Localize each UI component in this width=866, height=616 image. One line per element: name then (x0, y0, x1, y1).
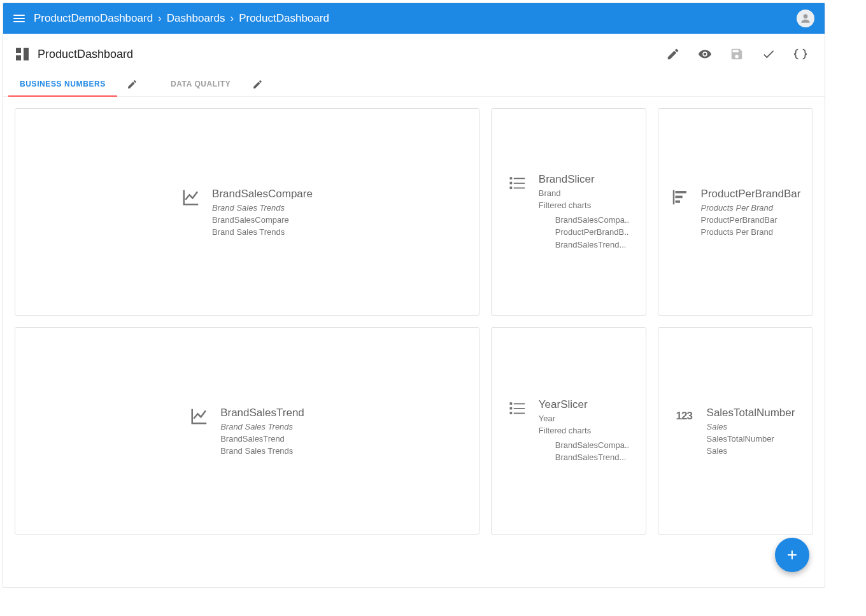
breadcrumb-item[interactable]: Dashboards (167, 12, 225, 25)
svg-rect-1 (509, 177, 512, 179)
tile-product-per-brand-bar[interactable]: ProductPerBrandBar Products Per Brand Pr… (658, 108, 813, 316)
preview-button[interactable] (693, 43, 716, 66)
tile-line: SalesTotalNumber (707, 434, 795, 444)
tile-title: BrandSlicer (539, 173, 629, 186)
app-bar: ProductDemoDashboard › Dashboards › Prod… (3, 3, 825, 34)
svg-rect-4 (514, 183, 525, 184)
svg-point-0 (804, 14, 808, 18)
breadcrumb-item[interactable]: ProductDashboard (239, 12, 329, 25)
slicer-icon (508, 398, 527, 417)
svg-rect-11 (509, 402, 512, 405)
tile-line: BrandSalesCompare (212, 215, 313, 225)
line-chart-icon (190, 407, 209, 426)
tile-filtered-label: Filtered charts (539, 426, 629, 435)
slicer-icon (508, 173, 527, 192)
menu-icon[interactable] (13, 15, 25, 22)
tile-title: BrandSalesCompare (212, 188, 313, 200)
tile-filtered-label: Filtered charts (539, 200, 629, 210)
list-item: BrandSalesCompa.. (555, 214, 629, 227)
svg-rect-13 (509, 407, 512, 409)
tile-brand-sales-compare[interactable]: BrandSalesCompare Brand Sales Trends Bra… (15, 108, 479, 316)
tile-subtitle: Products Per Brand (701, 203, 801, 213)
tile-line: Sales (707, 446, 795, 456)
svg-rect-15 (509, 412, 512, 414)
bar-chart-icon (671, 188, 690, 207)
page-header: ProductDashboard (3, 34, 825, 66)
page-title: ProductDashboard (38, 48, 133, 61)
save-button (725, 43, 748, 66)
chevron-right-icon: › (158, 12, 162, 25)
tile-line: Year (539, 414, 629, 423)
svg-rect-12 (514, 403, 525, 404)
code-button[interactable] (789, 43, 812, 66)
tile-sales-total-number[interactable]: 123 SalesTotalNumber Sales SalesTotalNum… (658, 327, 813, 535)
tile-line: Brand Sales Trends (220, 446, 304, 456)
done-button[interactable] (757, 43, 780, 66)
tile-year-slicer[interactable]: YearSlicer Year Filtered charts BrandSal… (491, 327, 646, 535)
list-item: BrandSalesTrend... (555, 451, 629, 464)
dashboard-grid: BrandSalesCompare Brand Sales Trends Bra… (3, 97, 825, 587)
svg-rect-5 (509, 186, 512, 189)
line-chart-icon (181, 188, 201, 207)
edit-button[interactable] (662, 43, 685, 66)
tab-bar: Business Numbers Data Quality (3, 66, 825, 97)
tile-title: YearSlicer (539, 398, 629, 411)
tile-line: ProductPerBrandBar (701, 215, 801, 225)
svg-rect-8 (675, 191, 686, 193)
tile-subtitle: Sales (707, 422, 795, 431)
tile-title: BrandSalesTrend (220, 407, 304, 419)
tile-line: BrandSalesTrend (220, 434, 304, 444)
tile-brand-sales-trend[interactable]: BrandSalesTrend Brand Sales Trends Brand… (15, 327, 479, 535)
svg-rect-14 (514, 408, 525, 409)
svg-rect-9 (675, 195, 682, 198)
svg-rect-7 (672, 190, 674, 204)
tile-line: Brand (539, 188, 629, 198)
tile-title: ProductPerBrandBar (701, 188, 801, 200)
svg-rect-3 (509, 182, 512, 185)
edit-tab-button[interactable] (246, 73, 269, 95)
dashboard-icon (16, 48, 29, 60)
svg-rect-2 (514, 178, 525, 179)
tab-business-numbers[interactable]: Business Numbers (8, 72, 117, 96)
list-item: BrandSalesTrend... (555, 239, 629, 251)
list-item: BrandSalesCompa.. (555, 439, 629, 452)
svg-rect-6 (514, 187, 525, 188)
tile-subtitle: Brand Sales Trends (220, 422, 304, 431)
tile-line: Brand Sales Trends (212, 227, 313, 237)
breadcrumb-item[interactable]: ProductDemoDashboard (34, 12, 153, 25)
number-icon: 123 (676, 407, 695, 426)
tile-line: Products Per Brand (701, 227, 801, 237)
tile-title: SalesTotalNumber (707, 407, 795, 419)
filtered-chart-list: BrandSalesCompa.. BrandSalesTrend... (555, 439, 629, 464)
tile-subtitle: Brand Sales Trends (212, 203, 313, 213)
breadcrumb: ProductDemoDashboard › Dashboards › Prod… (34, 12, 329, 25)
tile-brand-slicer[interactable]: BrandSlicer Brand Filtered charts BrandS… (491, 108, 646, 316)
list-item: ProductPerBrandB.. (555, 226, 629, 239)
svg-rect-10 (675, 200, 680, 203)
svg-rect-16 (514, 412, 525, 414)
filtered-chart-list: BrandSalesCompa.. ProductPerBrandB.. Bra… (555, 214, 629, 251)
add-button[interactable]: + (775, 538, 809, 572)
tab-data-quality[interactable]: Data Quality (159, 72, 242, 96)
avatar[interactable] (797, 10, 814, 27)
edit-tab-button[interactable] (121, 73, 144, 95)
chevron-right-icon: › (230, 12, 234, 25)
